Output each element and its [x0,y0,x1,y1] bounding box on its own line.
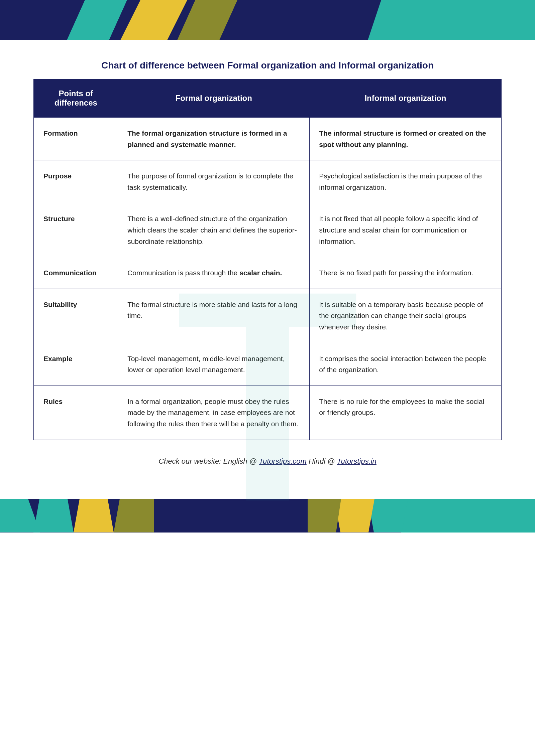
table-row: Structure There is a well-defined struct… [34,203,501,257]
row-informal-communication: There is no fixed path for passing the i… [310,257,501,289]
footer-link-english[interactable]: Tutorstips.com [259,457,307,465]
top-shape-teal [67,0,127,40]
bottom-banner [0,499,535,533]
main-content: Chart of difference between Formal organ… [0,40,535,499]
bottom-shape-olive [114,499,154,533]
top-shape-yellow [120,0,187,40]
table-row: Communication Communication is pass thro… [34,257,501,289]
table-row: Example Top-level management, middle-lev… [34,343,501,386]
row-informal-purpose: Psychological satisfaction is the main p… [310,160,501,203]
row-formal-purpose: The purpose of formal organization is to… [118,160,310,203]
top-shape-olive [177,0,237,40]
row-informal-formation: The informal structure is formed or crea… [310,117,501,160]
bottom-shape-right-teal [401,499,535,533]
row-informal-rules: There is no rule for the employees to ma… [310,386,501,440]
row-label-example: Example [34,343,118,386]
bottom-shape-right-teal2 [368,499,408,533]
row-informal-structure: It is not fixed that all people follow a… [310,203,501,257]
row-label-formation: Formation [34,117,118,160]
formation-formal-text: The formal organization structure is for… [127,129,287,148]
row-formal-formation: The formal organization structure is for… [118,117,310,160]
row-label-structure: Structure [34,203,118,257]
table-row: Rules In a formal organization, people m… [34,386,501,440]
formation-informal-text: The informal structure is formed or crea… [319,129,486,148]
row-label-communication: Communication [34,257,118,289]
chart-title: Chart of difference between Formal organ… [33,60,502,71]
row-formal-suitability: The formal structure is more stable and … [118,289,310,343]
bottom-shape-teal1 [0,499,40,533]
footer-link-hindi[interactable]: Tutorstips.in [337,457,377,465]
table-wrapper: T Points of differences Formal organizat… [33,79,502,440]
bottom-shape-right-yellow [334,499,374,533]
table-header-row: Points of differences Formal organizatio… [34,79,501,117]
top-banner [0,0,535,40]
bottom-shape-yellow [74,499,114,533]
row-label-rules: Rules [34,386,118,440]
row-informal-suitability: It is suitable on a temporary basis beca… [310,289,501,343]
row-formal-rules: In a formal organization, people must ob… [118,386,310,440]
bottom-shape-teal2 [33,499,74,533]
footer-text-middle: Hindi @ [309,457,337,465]
row-label-suitability: Suitability [34,289,118,343]
row-formal-communication: Communication is pass through the scalar… [118,257,310,289]
row-informal-example: It comprises the social interaction betw… [310,343,501,386]
header-points: Points of differences [34,79,118,117]
table-row: Formation The formal organization struct… [34,117,501,160]
footer-text-prefix: Check our website: English @ [158,457,259,465]
top-shape-teal-right [368,0,535,40]
scalar-chain-text: scalar chain. [239,269,282,277]
row-label-purpose: Purpose [34,160,118,203]
row-formal-structure: There is a well-defined structure of the… [118,203,310,257]
row-formal-example: Top-level management, middle-level manag… [118,343,310,386]
header-formal: Formal organization [118,79,310,117]
comparison-table: Points of differences Formal organizatio… [33,79,502,440]
header-informal: Informal organization [310,79,501,117]
bottom-shape-right-olive [308,499,341,533]
table-row: Suitability The formal structure is more… [34,289,501,343]
footer-section: Check our website: English @ Tutorstips.… [33,440,502,479]
table-row: Purpose The purpose of formal organizati… [34,160,501,203]
